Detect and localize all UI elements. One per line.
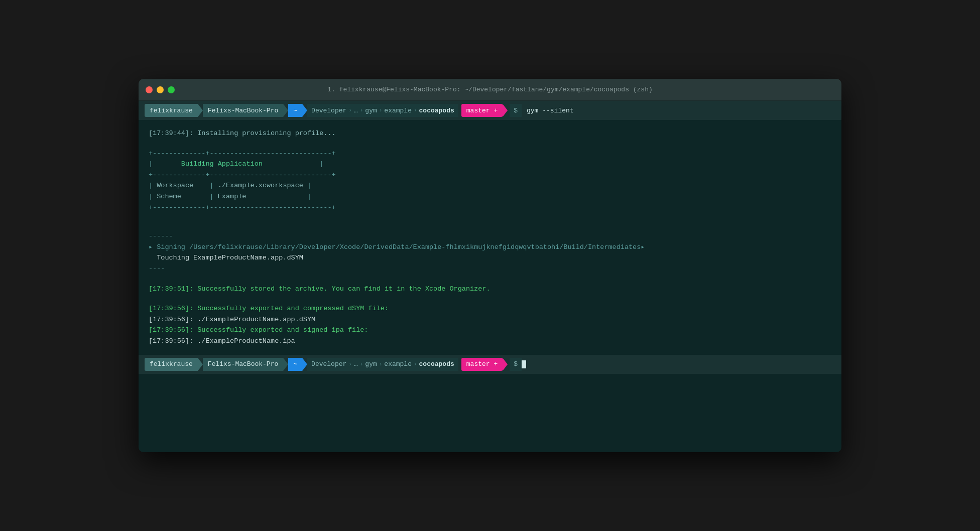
prompt-dollar: $ xyxy=(510,104,522,117)
box-top: +-------------+-------------------------… xyxy=(149,148,831,159)
bottom-prompt-user: felixkrause xyxy=(145,358,198,371)
bottom-arrow-1 xyxy=(198,358,203,371)
signing-line: ▸ Signing /Users/felixkrause/Library/Dev… xyxy=(149,242,831,253)
spacer-1 xyxy=(149,139,831,148)
path-ellipsis: … xyxy=(354,107,358,114)
chevron-1: › xyxy=(348,107,352,113)
bottom-chevron-2: › xyxy=(360,361,363,367)
minimize-button[interactable] xyxy=(157,86,164,93)
path-cocoapods: cocoapods xyxy=(419,107,454,114)
titlebar: 1. felixkrause@Felixs-MacBook-Pro: ~/Dev… xyxy=(139,79,841,101)
arrow-2 xyxy=(283,104,288,117)
dash-line: ---- xyxy=(149,263,831,275)
prompt-tilde: ~ xyxy=(288,104,302,117)
box-row1: | Workspace | ./Example.xcworkspace | xyxy=(149,180,831,191)
arrow-4 xyxy=(503,104,508,117)
terminal-window: 1. felixkrause@Felixs-MacBook-Pro: ~/Dev… xyxy=(139,79,841,452)
prompt-branch: master + xyxy=(461,104,503,117)
bottom-path-dev: Developer xyxy=(311,360,346,368)
prompt-user: felixkrause xyxy=(145,104,198,117)
bottom-chevron-1: › xyxy=(348,361,352,367)
bottom-path-cocoapods: cocoapods xyxy=(419,360,454,368)
prompt-path: Developer › … › gym › example › cocoapod… xyxy=(307,104,458,117)
chevron-3: › xyxy=(379,107,383,113)
spacer-3 xyxy=(149,222,831,231)
box-row2: | Scheme | Example | xyxy=(149,191,831,202)
traffic-lights xyxy=(146,86,175,93)
arrow-3 xyxy=(302,104,307,117)
separator-line: ------ xyxy=(149,231,831,242)
bottom-prompt-host: Felixs-MacBook-Pro xyxy=(203,358,283,371)
success-ipa-label: [17:39:56]: Successfully exported and si… xyxy=(149,325,831,336)
touching-line: Touching ExampleProductName.app.dSYM xyxy=(149,252,831,263)
bottom-chevron-4: › xyxy=(414,361,417,367)
box-mid: +-------------+-------------------------… xyxy=(149,170,831,181)
bottom-arrow-4 xyxy=(503,358,508,371)
bottom-chevron-3: › xyxy=(379,361,383,367)
box-title-line: | Building Application | xyxy=(149,159,831,170)
arrow-1 xyxy=(198,104,203,117)
bottom-prompt-branch: master + xyxy=(461,358,503,371)
path-example: example xyxy=(384,107,412,114)
chevron-2: › xyxy=(360,107,363,113)
path-gym: gym xyxy=(365,107,377,114)
path-dev: Developer xyxy=(311,107,346,114)
spacer-4 xyxy=(149,275,831,284)
cursor xyxy=(522,360,526,368)
line-provisioning: [17:39:44]: Installing provisioning prof… xyxy=(149,128,831,139)
bottom-prompt-path: Developer › … › gym › example › cocoapod… xyxy=(307,358,458,371)
bottom-arrow-2 xyxy=(283,358,288,371)
chevron-4: › xyxy=(414,107,417,113)
box-bottom: +-------------+-------------------------… xyxy=(149,202,831,213)
terminal-body[interactable]: [17:39:44]: Installing provisioning prof… xyxy=(139,120,841,355)
bottom-prompt-tilde: ~ xyxy=(288,358,302,371)
success-dsym-label: [17:39:56]: Successfully exported and co… xyxy=(149,303,831,314)
prompt-command: gym --silent xyxy=(522,104,579,117)
success-archive: [17:39:51]: Successfully stored the arch… xyxy=(149,284,831,295)
terminal-content: felixkrause Felixs-MacBook-Pro ~ Develop… xyxy=(139,101,841,452)
maximize-button[interactable] xyxy=(168,86,175,93)
close-button[interactable] xyxy=(146,86,153,93)
bottom-arrow-3 xyxy=(302,358,307,371)
ipa-path: [17:39:56]: ./ExampleProductName.ipa xyxy=(149,336,831,347)
dsym-path: [17:39:56]: ./ExampleProductName.app.dSY… xyxy=(149,314,831,325)
bottom-path-ellipsis: … xyxy=(354,360,358,368)
spacer-5 xyxy=(149,294,831,303)
bottom-path-example: example xyxy=(384,360,412,368)
prompt-host: Felixs-MacBook-Pro xyxy=(203,104,283,117)
bottom-path-gym: gym xyxy=(365,360,377,368)
bottom-prompt-bar: felixkrause Felixs-MacBook-Pro ~ Develop… xyxy=(139,355,841,374)
window-title: 1. felixkrause@Felixs-MacBook-Pro: ~/Dev… xyxy=(327,86,653,93)
bottom-prompt-dollar: $ xyxy=(510,358,522,371)
spacer-2 xyxy=(149,213,831,222)
top-prompt-bar: felixkrause Felixs-MacBook-Pro ~ Develop… xyxy=(139,101,841,120)
